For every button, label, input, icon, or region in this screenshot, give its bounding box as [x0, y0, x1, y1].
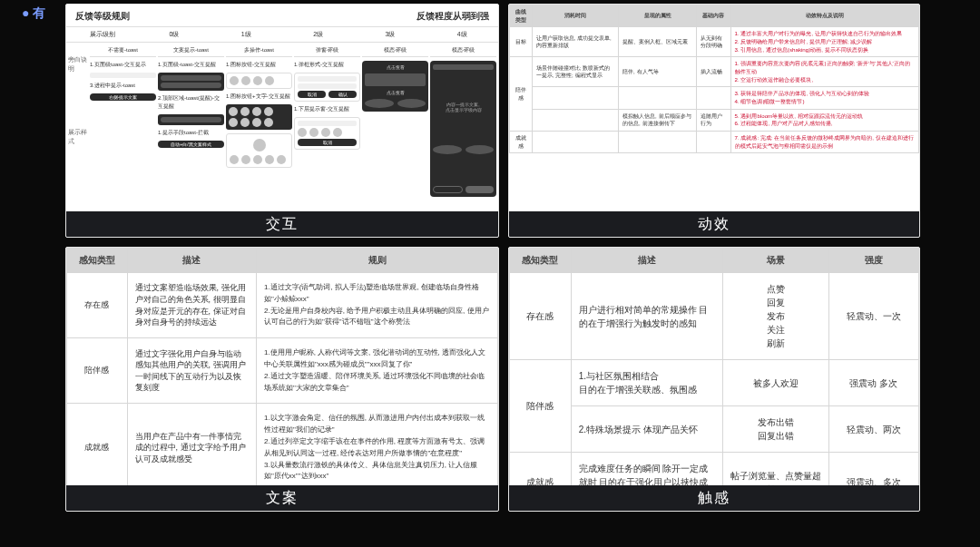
mock-phone-1: 点击查看 点击查看 — [362, 61, 428, 112]
panel-label-copy: 文案 — [66, 485, 498, 511]
bl-h1: 描述 — [127, 249, 257, 273]
tip-c: 2.顶部区域-toast(提醒)-交互提醒 — [158, 94, 224, 111]
panel-interaction: 反馈等级规则 反馈程度从弱到强 展示级别 0级 1级 2级 3级 4级 旁白诀明… — [65, 4, 499, 238]
panel-motion: 曲线类型 消耗时间 呈现的属性 基础内容 动效特点及说明 目标 让用户获取信息,… — [508, 4, 920, 238]
col-3-label: 弹窗-评级 — [294, 46, 360, 57]
mock-sheet: 取消 — [294, 117, 360, 150]
tip-b: 1.页面级-toast-交互提醒 — [158, 61, 224, 69]
br-h2: 场景 — [722, 249, 828, 273]
sheet-cancel: 取消 — [298, 139, 357, 146]
bl-r2c3: 1.以文字激会角定、信任的氛围, 从而激进用户内付出成本到获取一线性过程如"我们… — [257, 404, 498, 487]
tl-tab-4: 4级 — [426, 27, 498, 42]
bl-h2: 规则 — [257, 249, 498, 273]
tr-r3c4: 追随用户行为 — [696, 109, 730, 131]
mock-dark-toast — [158, 73, 224, 91]
mock-icons — [226, 73, 292, 89]
tr-r1c1: 陪伴感 — [510, 57, 533, 132]
bl-r0c1: 存在感 — [67, 273, 128, 338]
tr-r0c2: 让用户获取信息, 成功提交表单, 内容重新排版 — [532, 27, 618, 57]
bl-r1c1: 陪伴感 — [67, 338, 128, 404]
mock-phone-2: 内容—提示文案,点击显示字级内容 — [430, 61, 496, 197]
tl-tabs: 展示级别 0级 1级 2级 3级 4级 — [66, 26, 498, 43]
panel-label-interaction: 交互 — [66, 211, 498, 237]
mock-dialog: 取消确认 — [294, 73, 360, 102]
bl-r0c3: 1.通过文字(语气助词, 拟人手法)塑造临场世界观, 创建临场自身性格如"小鲸鲸… — [257, 273, 498, 338]
tl-tab-0: 0级 — [138, 27, 210, 42]
tr-r4c2 — [532, 132, 618, 153]
tl-side-1: 展示样式 — [68, 128, 88, 146]
tr-r0c5: 1. 通过丰富大用户对行为的曝光, 让用户获得快速自己行为的输出效果2. 反馈明… — [730, 27, 918, 57]
col-4-label: 模态-评级 — [362, 46, 428, 57]
br-r2c1: 成就感 — [510, 453, 572, 488]
br-r1c4a: 强震动 多次 — [828, 360, 918, 406]
br-h1: 描述 — [571, 249, 722, 273]
bl-r2c1: 成就感 — [67, 404, 128, 487]
phone1-cta2: 点击查看 — [387, 90, 405, 95]
br-r1c3b: 发布出错回复出错 — [722, 406, 828, 453]
col-5-label: 模态-评级 — [430, 46, 496, 57]
bullet-prefix: ● 有 — [22, 5, 45, 22]
br-r1c2a: 1.与社区氛围相结合目的在于增强关联感、氛围感 — [571, 360, 722, 406]
tip-i: 1.下层提示窗-交互提醒 — [294, 105, 360, 113]
mock-dark-toast2 — [158, 114, 224, 125]
phone1-cta: 点击查看 — [387, 64, 405, 70]
tr-h3: 基础内容 — [696, 5, 730, 27]
motion-table: 曲线类型 消耗时间 呈现的属性 基础内容 动效特点及说明 目标 让用户获取信息,… — [509, 5, 919, 153]
tl-tabs-head: 展示级别 — [66, 27, 138, 42]
tip-e: 1.提示手段toast-拦截 — [158, 129, 224, 137]
bl-r1c3: 1.使用用户昵称, 人称代词等文案, 强化潜动词的互动性, 透而强化人文中心关联… — [257, 338, 498, 404]
br-r2c4: 强震动、多次 — [828, 453, 918, 488]
br-h3: 强度 — [828, 249, 918, 273]
bl-h0: 感知类型 — [67, 249, 128, 273]
tl-tab-1: 1级 — [211, 27, 282, 42]
br-r1c3a: 被多人欢迎 — [722, 360, 828, 406]
br-r2c3: 帖子浏览量、点赞量超过阀值 — [722, 453, 828, 488]
tr-r4c1: 成就感 — [510, 132, 533, 153]
tr-r1c4: 插入流畅 — [696, 57, 730, 87]
col-1-label: 文案提示-toast — [158, 46, 224, 57]
br-r1c1: 陪伴感 — [510, 360, 572, 453]
tip-f: 1.图标按钮-交互提醒 — [226, 61, 292, 69]
tip-d: 3.进程中提示-toast — [90, 82, 156, 90]
br-r2c2: 完成难度任务的瞬间 除开一定成就时 目的在于强化用户以挟快成知成功的感觉 — [571, 453, 722, 488]
haptic-table: 感知类型 描述 场景 强度 存在感 用户进行相对简单的常规操作 目的在于增强行为… — [509, 248, 919, 487]
tr-r0c1: 目标 — [510, 27, 533, 57]
br-r0c4: 轻震动、一次 — [828, 273, 918, 360]
tr-r4c4 — [696, 132, 730, 153]
tr-r2c5: 3. 获得是得陪伴产品水的体现, 强化人与互动心到的体验4. 细节色调(细微一整… — [730, 87, 918, 109]
tr-r3c2 — [532, 109, 618, 131]
tr-h2: 呈现的属性 — [619, 5, 697, 27]
tr-r1c5: 1. 强调重要内容意次要内容(亮底元素)正向的触突; '新开'与'其他人'正向的… — [730, 57, 918, 87]
tl-side-0: 旁白诀明 — [68, 55, 88, 73]
tl-title-right: 反馈程度从弱到强 — [416, 10, 489, 23]
col-0-label: 不需要-toast — [90, 46, 156, 57]
tip-g: 1.图标按钮+文字-交互提醒 — [226, 93, 292, 101]
tr-h4: 动效特点及说明 — [730, 5, 918, 27]
tr-r2c2 — [532, 87, 618, 109]
mock-toast — [90, 73, 156, 78]
panel-label-motion: 动效 — [509, 211, 919, 237]
tr-r0c4: 从无到有分段明确 — [696, 27, 730, 57]
tr-h1: 消耗时间 — [532, 5, 618, 27]
tr-r4c5: 7. 成就感: 完成: 在当前任务反馈的微秒终成网界为向暗的, 仅在建造和进行的… — [730, 132, 918, 153]
dlg-confirm: 确认 — [328, 91, 357, 98]
tl-tab-3: 3级 — [354, 27, 426, 42]
tr-r2c4 — [696, 87, 730, 109]
tr-r2c3 — [619, 87, 697, 109]
mock-inline: 自动+白/黑文案样式 — [158, 141, 224, 148]
br-h0: 感知类型 — [510, 249, 572, 273]
tr-r3c3: 模拟触人信息, 前后顺应参与的信息, 前连接侧传下 — [619, 109, 697, 131]
br-r0c2: 用户进行相对简单的常规操作 目的在于增强行为触发时的感知 — [571, 273, 722, 360]
copy-table: 感知类型 描述 规则 存在感 通过文案塑造临场效果, 强化用户对自己的角色关系,… — [66, 248, 498, 487]
col-2-label: 多操作-toast — [226, 46, 292, 57]
tr-r4c3 — [619, 132, 697, 153]
bl-r2c2: 当用户在产品中有一件事情完成的过程中, 通过文字给予用户认可及成就感受 — [127, 404, 257, 487]
panel-haptic: 感知类型 描述 场景 强度 存在感 用户进行相对简单的常规操作 目的在于增强行为… — [508, 247, 920, 512]
mock-icons-dark — [226, 104, 292, 130]
tip-h: 1.弹框形式-交互提醒 — [294, 61, 360, 69]
tl-title-left: 反馈等级规则 — [75, 10, 130, 23]
br-r1c2b: 2.特殊场景提示 体现产品关怀 — [571, 406, 722, 453]
bl-r1c2: 通过文字强化用户自身与临动感知其他用户的关联, 强调用户一时间线下的互动行为以及… — [127, 338, 257, 404]
bl-r0c2: 通过文案塑造临场效果, 强化用户对自己的角色关系, 很明显自身对应是开元的存在,… — [127, 273, 257, 338]
panel-label-haptic: 触感 — [509, 485, 919, 511]
